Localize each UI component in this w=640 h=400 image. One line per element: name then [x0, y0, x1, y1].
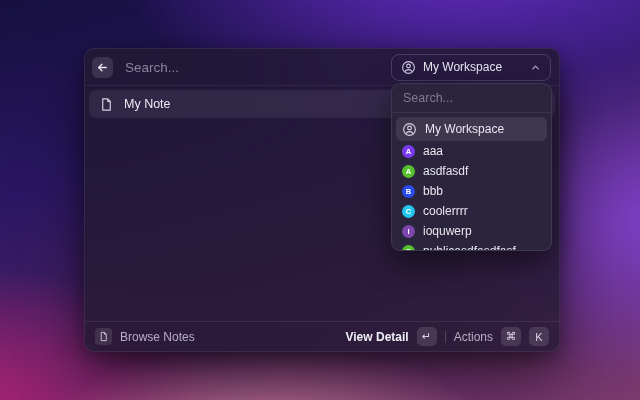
workspace-option-label: asdfasdf	[423, 164, 468, 178]
workspace-avatar: B	[402, 185, 415, 198]
workspace-option[interactable]: Ppublicasdfasdfasf	[396, 241, 547, 251]
back-button[interactable]	[92, 57, 113, 78]
workspace-avatar: C	[402, 205, 415, 218]
workspace-option[interactable]: Bbbb	[396, 181, 547, 201]
workspace-avatar: I	[402, 225, 415, 238]
footer-app-label: Browse Notes	[120, 330, 195, 344]
command-palette-window: Search... My Workspace My Note Browse No…	[84, 48, 560, 352]
workspace-option[interactable]: Iioquwerp	[396, 221, 547, 241]
workspace-selector-button[interactable]: My Workspace	[391, 54, 551, 81]
primary-action-label[interactable]: View Detail	[346, 330, 409, 344]
footer-left: Browse Notes	[95, 328, 195, 345]
workspace-option-label: bbb	[423, 184, 443, 198]
actions-label[interactable]: Actions	[454, 330, 493, 344]
chevron-up-icon	[530, 62, 541, 73]
workspace-option-label: publicasdfasdfasf	[423, 244, 516, 251]
note-list-item-label: My Note	[124, 97, 171, 111]
workspace-avatar: P	[402, 245, 415, 252]
document-icon	[99, 97, 114, 112]
enter-key-badge[interactable]: ↵	[417, 327, 437, 346]
desktop-background: Search... My Workspace My Note Browse No…	[0, 0, 640, 400]
notes-app-icon	[95, 328, 112, 345]
workspace-option-label: My Workspace	[425, 122, 504, 136]
cmd-key-badge[interactable]: ⌘	[501, 327, 521, 346]
arrow-left-icon	[96, 61, 109, 74]
footer-right: View Detail ↵ Actions ⌘ K	[346, 327, 550, 346]
workspace-option-label: aaa	[423, 144, 443, 158]
workspace-search-input[interactable]: Search...	[392, 84, 551, 113]
footer-divider	[445, 331, 446, 343]
workspace-avatar: A	[402, 145, 415, 158]
workspace-option[interactable]: Aaaa	[396, 141, 547, 161]
workspace-option-label: ioquwerp	[423, 224, 472, 238]
workspace-dropdown-list: My WorkspaceAaaaAasdfasdfBbbbCcoolerrrrI…	[392, 113, 551, 251]
workspace-option-label: coolerrrr	[423, 204, 468, 218]
search-header: Search... My Workspace	[85, 49, 559, 86]
user-circle-icon	[401, 60, 416, 75]
workspace-selector-label: My Workspace	[423, 60, 530, 74]
user-circle-icon	[402, 122, 417, 137]
workspace-avatar: A	[402, 165, 415, 178]
workspace-option[interactable]: My Workspace	[396, 117, 547, 141]
workspace-dropdown: Search... My WorkspaceAaaaAasdfasdfBbbbC…	[391, 83, 552, 251]
workspace-option[interactable]: Aasdfasdf	[396, 161, 547, 181]
k-key-badge[interactable]: K	[529, 327, 549, 346]
footer-bar: Browse Notes View Detail ↵ Actions ⌘ K	[85, 321, 559, 351]
search-input[interactable]: Search...	[125, 60, 391, 75]
workspace-option[interactable]: Ccoolerrrr	[396, 201, 547, 221]
